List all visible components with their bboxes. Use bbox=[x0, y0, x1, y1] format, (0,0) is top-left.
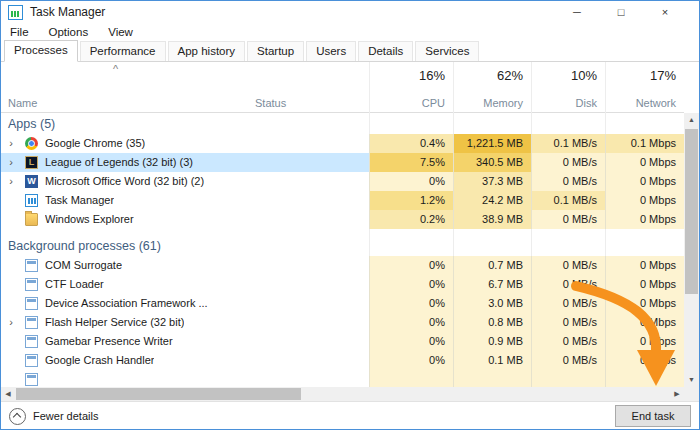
process-row[interactable]: ›LLeague of Legends (32 bit) (3)7.5%340.… bbox=[1, 153, 684, 172]
tab-users[interactable]: Users bbox=[306, 41, 356, 61]
tab-services[interactable]: Services bbox=[415, 41, 479, 61]
expand-chevron-icon[interactable]: › bbox=[3, 313, 19, 332]
network-total-percent: 17% bbox=[650, 68, 676, 83]
process-group-header[interactable]: Background processes (61) bbox=[1, 229, 684, 256]
menu-item-options[interactable]: Options bbox=[49, 26, 89, 38]
status-column-header[interactable]: Status bbox=[255, 97, 286, 109]
process-name-cell: Device Association Framework ... bbox=[1, 294, 251, 313]
process-row[interactable]: Device Association Framework ...0%3.0 MB… bbox=[1, 294, 684, 313]
vertical-scrollbar[interactable]: ▲ ▼ bbox=[684, 113, 699, 387]
mem-cell: 0.1 MB bbox=[453, 351, 531, 370]
horizontal-scrollbar[interactable]: ◀ ▶ bbox=[1, 387, 684, 401]
process-name: Device Association Framework ... bbox=[45, 294, 208, 313]
chevron-up-circle-icon bbox=[9, 408, 26, 425]
close-button[interactable]: × bbox=[643, 1, 687, 23]
window-icon bbox=[25, 335, 38, 348]
disk-cell: 0.1 MB/s bbox=[531, 134, 605, 153]
expand-chevron-icon[interactable]: › bbox=[3, 172, 19, 191]
disk-cell: 0.1 MB/s bbox=[531, 191, 605, 210]
process-row[interactable] bbox=[1, 370, 684, 387]
process-name: Google Crash Handler bbox=[45, 351, 154, 370]
process-row[interactable]: ›WMicrosoft Office Word (32 bit) (2)0%37… bbox=[1, 172, 684, 191]
mem-cell bbox=[453, 370, 531, 387]
process-name: CTF Loader bbox=[45, 275, 104, 294]
process-row[interactable]: Windows Explorer0.2%38.9 MB0 MB/s0 Mbps bbox=[1, 210, 684, 229]
cpu-cell: 1.2% bbox=[369, 191, 453, 210]
expand-chevron-icon[interactable]: › bbox=[3, 134, 19, 153]
mem-cell: 1,221.5 MB bbox=[453, 134, 531, 153]
process-row[interactable]: ›Flash Helper Service (32 bit)0%0.8 MB0 … bbox=[1, 313, 684, 332]
window-icon bbox=[25, 278, 38, 291]
net-cell: 0 Mbps bbox=[605, 275, 684, 294]
process-name-cell: COM Surrogate bbox=[1, 256, 251, 275]
mem-cell: 0.7 MB bbox=[453, 256, 531, 275]
process-name-cell: ›LLeague of Legends (32 bit) (3) bbox=[1, 153, 251, 172]
network-column-header[interactable]: 17% Network bbox=[605, 62, 684, 112]
mem-cell: 340.5 MB bbox=[453, 153, 531, 172]
task-manager-window: Task Manager ─ □ × File Options View Pro… bbox=[0, 0, 700, 430]
cpu-cell: 0% bbox=[369, 275, 453, 294]
end-task-button[interactable]: End task bbox=[615, 405, 691, 427]
process-name: Google Chrome (35) bbox=[45, 134, 145, 153]
process-name-cell: Gamebar Presence Writer bbox=[1, 332, 251, 351]
status-cell bbox=[251, 370, 369, 387]
disk-cell: 0 MB/s bbox=[531, 256, 605, 275]
memory-total-percent: 62% bbox=[497, 68, 523, 83]
tab-bar: Processes Performance App history Startu… bbox=[1, 41, 699, 62]
window-icon bbox=[25, 316, 38, 329]
process-name: Windows Explorer bbox=[45, 210, 134, 229]
cpu-column-label: CPU bbox=[422, 97, 445, 109]
memory-column-header[interactable]: 62% Memory bbox=[453, 62, 531, 112]
process-row[interactable]: CTF Loader0%6.7 MB0 MB/s0 Mbps bbox=[1, 275, 684, 294]
cpu-cell: 0% bbox=[369, 332, 453, 351]
scroll-left-icon[interactable]: ◀ bbox=[1, 387, 15, 401]
tab-performance[interactable]: Performance bbox=[80, 41, 166, 61]
net-cell: 0 Mbps bbox=[605, 210, 684, 229]
net-cell: 0 Mbps bbox=[605, 256, 684, 275]
horizontal-scrollbar-thumb[interactable] bbox=[16, 388, 301, 400]
status-cell bbox=[251, 313, 369, 332]
process-name: Gamebar Presence Writer bbox=[45, 332, 173, 351]
process-group-header[interactable]: Apps (5) bbox=[1, 113, 684, 134]
fewer-details-toggle[interactable]: Fewer details bbox=[9, 408, 98, 425]
scrollbar-corner bbox=[684, 387, 699, 401]
word-icon: W bbox=[25, 175, 38, 188]
minimize-button[interactable]: ─ bbox=[555, 1, 599, 23]
scroll-right-icon[interactable]: ▶ bbox=[670, 387, 684, 401]
process-row[interactable]: COM Surrogate0%0.7 MB0 MB/s0 Mbps bbox=[1, 256, 684, 275]
tab-startup[interactable]: Startup bbox=[247, 41, 304, 61]
process-name-cell: Windows Explorer bbox=[1, 210, 251, 229]
process-list: Apps (5)›Google Chrome (35)0.4%1,221.5 M… bbox=[1, 113, 684, 387]
process-name-cell: Task Manager bbox=[1, 191, 251, 210]
menu-item-view[interactable]: View bbox=[108, 26, 133, 38]
process-row[interactable]: ›Google Chrome (35)0.4%1,221.5 MB0.1 MB/… bbox=[1, 134, 684, 153]
process-name-cell: CTF Loader bbox=[1, 275, 251, 294]
disk-cell: 0 MB/s bbox=[531, 351, 605, 370]
tab-app-history[interactable]: App history bbox=[168, 41, 246, 61]
window-icon bbox=[25, 373, 38, 386]
maximize-button[interactable]: □ bbox=[599, 1, 643, 23]
cpu-total-percent: 16% bbox=[419, 68, 445, 83]
process-row[interactable]: Google Crash Handler0%0.1 MB0 MB/s0 Mbps bbox=[1, 351, 684, 370]
disk-cell: 0 MB/s bbox=[531, 313, 605, 332]
name-column-header[interactable]: Name bbox=[8, 97, 37, 109]
scroll-down-icon[interactable]: ▼ bbox=[684, 373, 699, 387]
net-cell bbox=[605, 370, 684, 387]
tab-details[interactable]: Details bbox=[358, 41, 413, 61]
process-row[interactable]: Gamebar Presence Writer0%0.9 MB0 MB/s0 M… bbox=[1, 332, 684, 351]
vertical-scrollbar-thumb[interactable] bbox=[685, 129, 698, 294]
cpu-cell: 0% bbox=[369, 313, 453, 332]
menu-item-file[interactable]: File bbox=[10, 26, 29, 38]
scroll-up-icon[interactable]: ▲ bbox=[684, 113, 699, 127]
chrome-icon bbox=[25, 137, 38, 150]
process-row[interactable]: Task Manager1.2%24.2 MB0.1 MB/s0 Mbps bbox=[1, 191, 684, 210]
window-icon bbox=[25, 297, 38, 310]
cpu-column-header[interactable]: 16% CPU bbox=[369, 62, 453, 112]
tab-processes[interactable]: Processes bbox=[4, 40, 78, 62]
disk-column-header[interactable]: 10% Disk bbox=[531, 62, 605, 112]
disk-column-label: Disk bbox=[576, 97, 597, 109]
expand-chevron-icon[interactable]: › bbox=[3, 153, 19, 172]
net-cell: 0.1 Mbps bbox=[605, 134, 684, 153]
league-icon: L bbox=[25, 156, 38, 169]
net-cell: 0 Mbps bbox=[605, 191, 684, 210]
